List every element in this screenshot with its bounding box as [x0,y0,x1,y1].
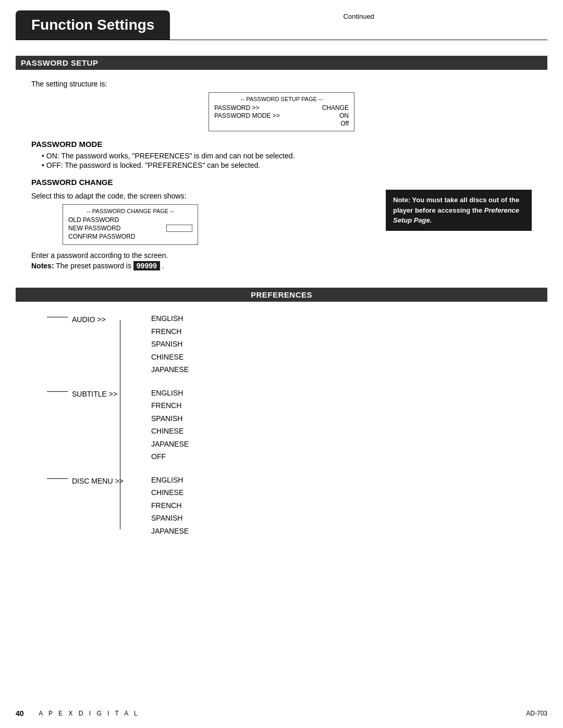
page-title: Function Settings [31,17,154,33]
pref-subtitle-horiz-line [47,391,68,392]
pref-discmenu-label: DISC MENU >> [72,477,124,485]
pref-subtitle-options: ENGLISH FRENCH SPANISH CHINESE JAPANESE … [151,387,189,463]
change-row-confirm: CONFIRM PASSWORD [68,233,192,240]
pref-discmenu-row: DISC MENU >> ENGLISH CHINESE FRENCH SPAN… [47,474,516,538]
page-footer: 40 A P E X D I G I T A L AD-703 [16,709,547,718]
diagram-row-1: PASSWORD >> CHANGE [214,104,349,112]
change-row-new: NEW PASSWORD [68,225,192,232]
pref-subtitle-label: SUBTITLE >> [72,390,117,398]
preferences-header: PREFERENCES [16,288,547,302]
password-change-intro: Select this to adapt the code, the scree… [31,192,370,200]
pref-audio-line-container: AUDIO >> [47,312,120,324]
notes-label: Notes: [31,262,54,270]
password-change-title: PASSWORD CHANGE [31,178,532,187]
pref-audio-row: AUDIO >> ENGLISH FRENCH SPANISH CHINESE … [47,312,516,376]
footer-brand: A P E X D I G I T A L [39,710,139,717]
preferences-body: AUDIO >> ENGLISH FRENCH SPANISH CHINESE … [47,312,516,537]
password-setup-intro: The setting structure is: [31,80,532,88]
password-mode-list: ON: The password works, "PREFERENCES" is… [42,152,532,169]
page-header: Function Settings Continued [16,10,547,40]
pref-discmenu-options: ENGLISH CHINESE FRENCH SPANISH JAPANESE [151,474,189,538]
preset-note: Notes: The preset password is 99999 . [31,262,532,270]
page-number: 40 [16,709,24,718]
footer-model: AD-703 [526,710,547,717]
preset-note-text: The preset password is [54,262,133,270]
password-setup-body: The setting structure is: -- PASSWORD SE… [16,75,547,277]
pref-subtitle-row: SUBTITLE >> ENGLISH FRENCH SPANISH CHINE… [47,387,516,463]
pref-discmenu-line-container: DISC MENU >> [47,474,120,485]
new-password-input-sim [166,225,192,232]
pref-audio-options: ENGLISH FRENCH SPANISH CHINESE JAPANESE [151,312,189,376]
note-box: Note: You must take all discs out of the… [386,190,532,231]
password-change-layout: Select this to adapt the code, the scree… [31,190,532,249]
diagram-row-2: PASSWORD MODE >> ON [214,112,349,119]
password-change-diagram: -- PASSWORD CHANGE PAGE -- OLD PASSWORD … [63,204,198,245]
continued-label: Continued [170,10,547,40]
password-setup-diagram: -- PASSWORD SETUP PAGE -- PASSWORD >> CH… [209,92,354,131]
change-diagram-title: -- PASSWORD CHANGE PAGE -- [68,208,192,214]
footer-left: 40 A P E X D I G I T A L [16,709,140,718]
bullet-off: OFF: The password is locked. "PREFERENCE… [42,161,532,169]
pref-subtitle-line-container: SUBTITLE >> [47,387,120,398]
pref-audio-label: AUDIO >> [72,315,106,324]
pref-audio-horiz-line [47,317,68,317]
password-mode-title: PASSWORD MODE [31,140,532,149]
password-setup-header: PASSWORD SETUP [16,56,547,70]
pref-discmenu-horiz-line [47,478,68,479]
diagram-title: -- PASSWORD SETUP PAGE -- [214,96,349,102]
pref-vertical-line [120,320,120,529]
main-content: PASSWORD SETUP The setting structure is:… [16,40,547,553]
enter-note: Enter a password according to the screen… [31,251,532,260]
title-box: Function Settings [16,10,170,40]
diagram-row-3: Off [214,120,349,127]
change-row-old: OLD PASSWORD [68,216,192,224]
password-change-left: Select this to adapt the code, the scree… [31,190,370,249]
preset-password-value: 99999 [133,261,160,270]
bullet-on: ON: The password works, "PREFERENCES" is… [42,152,532,160]
